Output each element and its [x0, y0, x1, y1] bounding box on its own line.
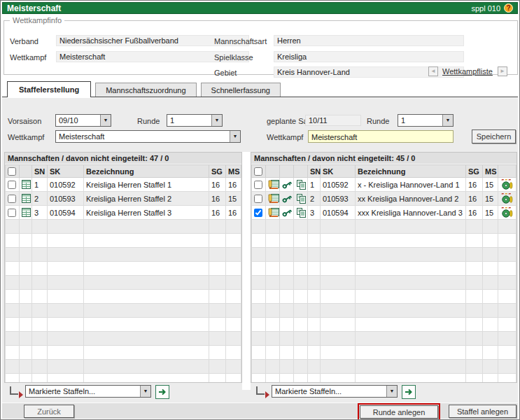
- row-select-checkbox[interactable]: [6, 192, 20, 206]
- sk-cell: [48, 346, 84, 360]
- table-row-empty: [252, 262, 517, 276]
- prev-wettkampf-icon[interactable]: ◄: [428, 66, 438, 76]
- bezeichnung-cell: [84, 276, 209, 290]
- spielplan-icon[interactable]: [498, 206, 517, 220]
- bezeichnung-cell: [84, 290, 209, 304]
- ms-cell: 16: [226, 206, 241, 220]
- spielplan-icon: [498, 290, 517, 304]
- bezeichnung-cell: [356, 262, 466, 276]
- bezeichnung-cell: [356, 220, 466, 234]
- staffel-table-icon[interactable]: [20, 178, 32, 192]
- sn-cell: [32, 304, 48, 318]
- chevron-down-icon: ▼: [100, 115, 111, 126]
- row-select-checkbox: [6, 332, 20, 346]
- right-col-sk: SK: [321, 165, 356, 178]
- table-row-empty: [6, 318, 241, 332]
- ms-cell: 15: [483, 178, 498, 192]
- sg-cell: [466, 290, 483, 304]
- staffel-table-icon[interactable]: [20, 192, 32, 206]
- key-icon[interactable]: [280, 192, 294, 206]
- help-icon[interactable]: ?: [504, 4, 513, 13]
- runde-left-select[interactable]: 1 ▼: [167, 114, 223, 127]
- copy-icon[interactable]: [294, 206, 308, 220]
- left-marked-staffeln-select[interactable]: Markierte Staffeln... ▼: [25, 385, 151, 398]
- copy-icon[interactable]: [294, 192, 308, 206]
- gebiet-label: Gebiet: [214, 69, 237, 77]
- right-select-all-checkbox[interactable]: [254, 167, 262, 176]
- bezeichnung-cell: [356, 360, 466, 374]
- staffel-table-icon[interactable]: [20, 206, 32, 220]
- key-icon[interactable]: [280, 206, 294, 220]
- next-wettkampf-icon[interactable]: ►: [498, 66, 507, 76]
- left-select-all-cell: [6, 165, 20, 178]
- ms-cell: 15: [483, 192, 498, 206]
- sk-cell: [321, 318, 356, 332]
- left-col-sn: SN: [32, 165, 48, 178]
- edit-icon: [266, 220, 280, 234]
- key-icon[interactable]: [280, 178, 294, 192]
- sg-cell: 16: [209, 192, 226, 206]
- sg-cell: [466, 248, 483, 262]
- bezeichnung-cell: [356, 346, 466, 360]
- bezeichnung-cell: [356, 276, 466, 290]
- right-action-col-header: [498, 165, 517, 178]
- ms-cell: [226, 374, 241, 384]
- left-col-ms: MS: [226, 165, 241, 178]
- wettkampf-left-select[interactable]: Meisterschaft ▼: [55, 130, 241, 143]
- mannschaftsart-label: Mannschaftsart: [214, 37, 267, 46]
- edit-icon[interactable]: [266, 178, 280, 192]
- ms-cell: 15: [483, 206, 498, 220]
- right-icon-col-2-header: [280, 165, 294, 178]
- ms-cell: [226, 220, 241, 234]
- right-marked-staffeln-select[interactable]: Markierte Staffeln... ▼: [272, 385, 398, 398]
- ms-cell: [483, 332, 498, 346]
- sg-cell: [466, 262, 483, 276]
- staffel-table-icon: [20, 234, 32, 248]
- sg-cell: [209, 220, 226, 234]
- row-select-checkbox[interactable]: [6, 178, 20, 192]
- spielplan-icon[interactable]: [498, 192, 517, 206]
- edit-icon[interactable]: [266, 206, 280, 220]
- spielplan-icon: [498, 332, 517, 346]
- row-select-checkbox: [252, 304, 266, 318]
- row-select-checkbox: [252, 262, 266, 276]
- tab-mannschaftszuordnung[interactable]: Mannschaftszuordnung: [95, 83, 196, 97]
- wettkampfliste-link[interactable]: Wettkampfliste: [442, 67, 493, 76]
- edit-icon[interactable]: [266, 192, 280, 206]
- zurueck-button[interactable]: Zurück: [24, 405, 74, 418]
- bezeichnung-cell: [84, 332, 209, 346]
- speichern-button[interactable]: Speichern: [472, 130, 516, 144]
- sk-cell: [321, 248, 356, 262]
- left-apply-arrow-icon[interactable]: [155, 385, 169, 399]
- spielplan-icon: [498, 374, 517, 384]
- right-apply-arrow-icon[interactable]: [402, 385, 416, 399]
- runde-anlegen-button[interactable]: Runde anlegen: [360, 405, 438, 419]
- left-select-all-checkbox[interactable]: [8, 167, 16, 176]
- runde-right-select[interactable]: 1 ▼: [398, 114, 454, 127]
- row-select-checkbox: [252, 346, 266, 360]
- tab-staffelerstellung[interactable]: Staffelerstellung: [7, 81, 91, 97]
- vorsaison-label: Vorsaison: [8, 117, 41, 125]
- row-select-checkbox[interactable]: [6, 206, 20, 220]
- row-select-checkbox[interactable]: [252, 192, 266, 206]
- tab-schnellerfassung[interactable]: Schnellerfassung: [201, 83, 281, 97]
- sk-cell: [321, 332, 356, 346]
- ms-cell: [226, 360, 241, 374]
- edit-icon: [266, 234, 280, 248]
- row-select-checkbox[interactable]: [252, 178, 266, 192]
- table-row-empty: [252, 220, 517, 234]
- app-code-label: sppl 010: [471, 4, 500, 13]
- spielplan-icon[interactable]: [498, 178, 517, 192]
- copy-icon: [294, 304, 308, 318]
- sg-cell: [466, 276, 483, 290]
- staffel-anlegen-button[interactable]: Staffel anlegen: [449, 405, 517, 418]
- row-select-checkbox[interactable]: [252, 206, 266, 220]
- vorsaison-select[interactable]: 09/10 ▼: [55, 114, 111, 127]
- bezeichnung-cell: [356, 374, 466, 384]
- table-row-empty: [6, 304, 241, 318]
- wettkampf-name-input[interactable]: [308, 130, 454, 143]
- copy-icon[interactable]: [294, 178, 308, 192]
- spielplan-icon: [498, 304, 517, 318]
- title-bar: Meisterschaft sppl 010 ?: [2, 2, 518, 14]
- bezeichnung-cell: [84, 318, 209, 332]
